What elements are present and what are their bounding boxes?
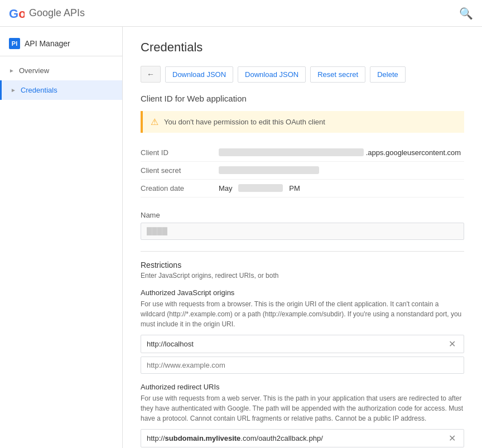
sidebar-item-label: Credentials (21, 86, 57, 94)
client-id-row: Client ID .apps.googleusercontent.com (141, 144, 464, 162)
reset-secret-button[interactable]: Reset secret (310, 66, 365, 83)
logo: Google Google APIs (9, 6, 85, 21)
client-info-table: Client ID .apps.googleusercontent.com Cl… (141, 144, 464, 197)
js-origin-input[interactable] (141, 357, 464, 374)
client-id-value: .apps.googleusercontent.com (219, 148, 461, 157)
name-input[interactable] (141, 223, 464, 240)
creation-date-blurred (238, 184, 283, 192)
main-content: Credentials ← Download JSON Download JSO… (123, 27, 482, 448)
client-secret-label: Client secret (141, 166, 219, 175)
client-id-subtitle: Client ID for Web application (141, 94, 464, 103)
client-id-blurred (219, 148, 364, 156)
redirect-uris-section: Authorized redirect URIs For use with re… (141, 383, 464, 448)
download-json-button-1[interactable]: Download JSON (165, 66, 233, 83)
warning-banner: ⚠ You don't have permission to edit this… (141, 111, 464, 133)
restrictions-title: Restrictions (141, 261, 464, 269)
redirect-uri-remove-button[interactable]: ✕ (446, 433, 458, 444)
creation-date-prefix: May (219, 184, 233, 192)
name-label: Name (141, 211, 464, 219)
warning-icon: ⚠ (151, 117, 158, 127)
chevron-icon: ► (9, 68, 15, 74)
js-origin-item: http://localhost ✕ (141, 335, 464, 353)
client-secret-row: Client secret (141, 162, 464, 180)
google-logo-icon: Google (9, 6, 25, 21)
api-manager-icon: PI (9, 38, 20, 49)
js-origin-value: http://localhost (147, 340, 446, 348)
js-origin-remove-button[interactable]: ✕ (446, 339, 458, 349)
chevron-active-icon: ► (11, 87, 16, 93)
app-name: Google APIs (29, 7, 85, 19)
divider (141, 251, 464, 252)
redirect-uris-title: Authorized redirect URIs (141, 383, 464, 391)
client-secret-blurred (219, 166, 319, 174)
js-origins-desc: For use with requests from a browser. Th… (141, 299, 464, 329)
sidebar-item-label: Overview (19, 66, 49, 75)
top-bar: Google Google APIs 🔍 (0, 0, 482, 27)
page-title: Credentials (141, 40, 464, 55)
sidebar-title: API Manager (25, 39, 70, 48)
creation-date-suffix: PM (289, 184, 300, 192)
redirect-uris-desc: For use with requests from a web server.… (141, 393, 464, 423)
client-secret-value (219, 166, 319, 175)
redirect-uri-item: http://subdomain.mylivesite.com/oauth2ca… (141, 429, 464, 447)
warning-text: You don't have permission to edit this O… (164, 118, 325, 126)
sidebar-app-title: PI API Manager (0, 31, 122, 56)
download-json-button-2[interactable]: Download JSON (238, 66, 306, 83)
client-id-label: Client ID (141, 148, 219, 157)
redirect-uri-value: http://subdomain.mylivesite.com/oauth2ca… (147, 434, 446, 442)
creation-date-row: Creation date May PM (141, 180, 464, 197)
toolbar: ← Download JSON Download JSON Reset secr… (141, 66, 464, 83)
name-group: Name (141, 211, 464, 240)
svg-text:Google: Google (9, 7, 25, 21)
js-origins-section: Authorized JavaScript origins For use wi… (141, 288, 464, 383)
back-button[interactable]: ← (141, 66, 161, 83)
restrictions-desc: Enter JavaScript origins, redirect URIs,… (141, 272, 464, 280)
js-origins-title: Authorized JavaScript origins (141, 288, 464, 297)
restrictions-section: Restrictions Enter JavaScript origins, r… (141, 261, 464, 448)
search-icon[interactable]: 🔍 (459, 7, 473, 20)
app-layout: PI API Manager ► Overview ► Credentials … (0, 27, 482, 448)
client-id-domain: .apps.googleusercontent.com (366, 148, 461, 157)
sidebar: PI API Manager ► Overview ► Credentials (0, 27, 123, 448)
delete-button[interactable]: Delete (370, 66, 406, 83)
sidebar-item-overview[interactable]: ► Overview (0, 61, 122, 80)
creation-date-label: Creation date (141, 184, 219, 192)
creation-date-value: May PM (219, 184, 300, 192)
sidebar-item-credentials[interactable]: ► Credentials (0, 80, 122, 100)
